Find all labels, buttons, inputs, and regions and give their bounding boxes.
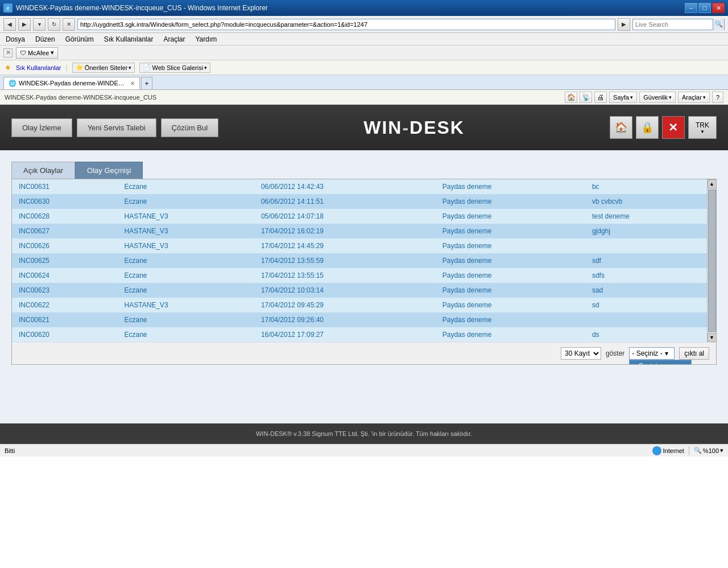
print-toolbar-button[interactable]: 🖨 <box>594 92 607 103</box>
scroll-down-button[interactable]: ▼ <box>708 333 717 342</box>
incident-id[interactable]: INC00630 <box>12 194 118 209</box>
maximize-button[interactable]: □ <box>698 3 711 13</box>
incident-type: Paydas deneme <box>436 209 585 224</box>
rss-toolbar-button[interactable]: 📡 <box>580 92 592 103</box>
incident-category: Eczane <box>118 253 254 268</box>
table-row[interactable]: INC00627 HASTANE_V3 17/04/2012 16:02:19 … <box>12 224 707 238</box>
stop-button[interactable]: ✕ <box>63 18 75 31</box>
menu-yardim[interactable]: Yardım <box>193 35 219 44</box>
zone-label: Internet <box>663 447 684 454</box>
olay-izleme-button[interactable]: Olay İzleme <box>11 118 72 137</box>
guvenlik-button[interactable]: Güvenlik ▾ <box>639 92 676 103</box>
menu-gorunum[interactable]: Görünüm <box>63 35 96 44</box>
scroll-up-button[interactable]: ▲ <box>708 179 717 188</box>
forward-button[interactable]: ▶ <box>18 18 31 31</box>
incident-id[interactable]: INC00626 <box>12 238 118 253</box>
export-button[interactable]: çıktı al <box>679 347 709 360</box>
app-home-button[interactable]: 🏠 <box>610 116 632 139</box>
refresh-button[interactable]: ↻ <box>48 18 60 31</box>
minimize-button[interactable]: − <box>685 3 697 13</box>
sayfa-button[interactable]: Sayfa ▾ <box>609 92 637 103</box>
table-row[interactable]: INC00622 HASTANE_V3 17/04/2012 09:45:29 … <box>12 298 707 312</box>
acik-olaylar-tab[interactable]: Açık Olaylar <box>11 162 75 179</box>
incident-detail: sdfs <box>585 268 707 283</box>
incident-id[interactable]: INC00624 <box>12 268 118 283</box>
app-nav-left: Olay İzleme Yeni Servis Talebi Çözüm Bul <box>11 118 218 137</box>
incident-type: Paydas deneme <box>436 298 585 312</box>
scroll-thumb[interactable] <box>708 190 716 332</box>
home-toolbar-button[interactable]: 🏠 <box>565 92 577 103</box>
incident-type: Paydas deneme <box>436 238 585 253</box>
zone-button[interactable]: 🌐 Internet <box>652 446 684 455</box>
tab-close-icon[interactable]: ✕ <box>130 80 135 87</box>
table-scroll-area: INC00631 Eczane 06/06/2012 14:42:43 Payd… <box>12 179 707 342</box>
table-row[interactable]: INC00621 Eczane 17/04/2012 09:26:40 Payd… <box>12 312 707 327</box>
incident-id[interactable]: INC00621 <box>12 312 118 327</box>
sayfa-dropdown-icon: ▾ <box>630 94 633 100</box>
incident-id[interactable]: INC00631 <box>12 179 118 194</box>
footer-text: WIN-DESK® v.3.38 Signum TTE Ltd. Şti. 'i… <box>256 430 472 437</box>
app-lang-button[interactable]: TRK ▼ <box>688 116 717 139</box>
incident-category: Eczane <box>118 268 254 283</box>
incident-id[interactable]: INC00627 <box>12 224 118 238</box>
security-close-button[interactable]: ✕ <box>3 48 13 57</box>
webslice-button[interactable]: 📄 Web Slice Galerisi ▾ <box>139 63 210 73</box>
incident-date: 17/04/2012 14:45:29 <box>254 238 436 253</box>
incident-date: 17/04/2012 09:45:29 <box>254 298 436 312</box>
incident-detail: sdf <box>585 253 707 268</box>
app-footer: WIN-DESK® v.3.38 Signum TTE Ltd. Şti. 'i… <box>0 423 728 444</box>
suggested-sites-button[interactable]: ⭐ Önerilen Siteler ▾ <box>72 63 135 73</box>
export-option-seciniz[interactable]: - Seçiniz - <box>630 360 691 365</box>
araclar-toolbar-button[interactable]: Araçlar ▾ <box>678 92 710 103</box>
incident-id[interactable]: INC00625 <box>12 253 118 268</box>
search-input[interactable] <box>633 20 713 28</box>
menu-duzen[interactable]: Düzen <box>33 35 57 44</box>
back-button[interactable]: ◀ <box>3 18 16 31</box>
close-button[interactable]: ✕ <box>712 3 725 13</box>
lang-label: TRK <box>696 121 709 129</box>
table-row[interactable]: INC00620 Eczane 16/04/2012 17:09:27 Payd… <box>12 327 707 342</box>
menu-araclar[interactable]: Araçlar <box>161 35 187 44</box>
go-button[interactable]: ▶ <box>618 18 630 31</box>
table-row[interactable]: INC00623 Eczane 17/04/2012 10:03:14 Payd… <box>12 283 707 298</box>
yeni-servis-button[interactable]: Yeni Servis Talebi <box>77 118 156 137</box>
incident-id[interactable]: INC00620 <box>12 327 118 342</box>
status-bar: Bitti 🌐 Internet 🔍 %100 ▾ <box>0 444 728 456</box>
suggested-label: Önerilen Siteler <box>85 64 128 71</box>
mcafee-button[interactable]: 🛡 McAfee ▾ <box>16 47 58 59</box>
help-toolbar-button[interactable]: ? <box>712 92 723 103</box>
mcafee-label: McAfee <box>28 50 49 56</box>
scrollbar[interactable]: ▲ ▼ <box>707 179 716 342</box>
table-row[interactable]: INC00624 Eczane 17/04/2012 13:55:15 Payd… <box>12 268 707 283</box>
araclar-label: Araçlar <box>682 94 702 101</box>
security-bar: ✕ 🛡 McAfee ▾ <box>0 46 728 60</box>
page-count-select[interactable]: 30 Kayıt <box>561 347 601 360</box>
menu-dosya[interactable]: Dosya <box>3 35 27 44</box>
export-dropdown-icon: ▾ <box>665 349 668 357</box>
table-row[interactable]: INC00631 Eczane 06/06/2012 14:42:43 Payd… <box>12 179 707 194</box>
new-tab-button[interactable]: + <box>141 77 152 89</box>
menu-sik[interactable]: Sık Kullanılanlar <box>102 35 156 44</box>
incident-id[interactable]: INC00628 <box>12 209 118 224</box>
incident-id[interactable]: INC00623 <box>12 283 118 298</box>
table-row[interactable]: INC00625 Eczane 17/04/2012 13:55:59 Payd… <box>12 253 707 268</box>
help-label: ? <box>716 94 719 101</box>
table-row[interactable]: INC00628 HASTANE_V3 05/06/2012 14:07:18 … <box>12 209 707 224</box>
app-close-button[interactable]: ✕ <box>662 116 685 139</box>
zoom-button[interactable]: 🔍 %100 ▾ <box>694 447 723 454</box>
table-row[interactable]: INC00630 Eczane 06/06/2012 14:11:51 Payd… <box>12 194 707 209</box>
search-icon[interactable]: 🔍 <box>713 19 724 30</box>
olay-gecmisi-tab[interactable]: Olay Geçmişi <box>75 162 143 179</box>
suggested-dropdown-icon: ▾ <box>129 65 131 71</box>
webslice-icon: 📄 <box>143 64 151 71</box>
browser-tab-0[interactable]: 🌐 WINDESK-Paydas deneme-WINDESK-incqueue… <box>3 77 140 89</box>
table-row[interactable]: INC00626 HASTANE_V3 17/04/2012 14:45:29 … <box>12 238 707 253</box>
sik-kullanılanlar-link[interactable]: Sık Kullanılanlar <box>16 64 61 71</box>
app-lock-button[interactable]: 🔒 <box>636 116 659 139</box>
address-input[interactable] <box>77 19 615 30</box>
incident-date: 17/04/2012 13:55:15 <box>254 268 436 283</box>
cozum-bul-button[interactable]: Çözüm Bul <box>161 118 219 137</box>
incident-id[interactable]: INC00622 <box>12 298 118 312</box>
export-select-button[interactable]: - Seçiniz - ▾ <box>629 347 675 360</box>
dropdown-button[interactable]: ▾ <box>33 18 46 31</box>
